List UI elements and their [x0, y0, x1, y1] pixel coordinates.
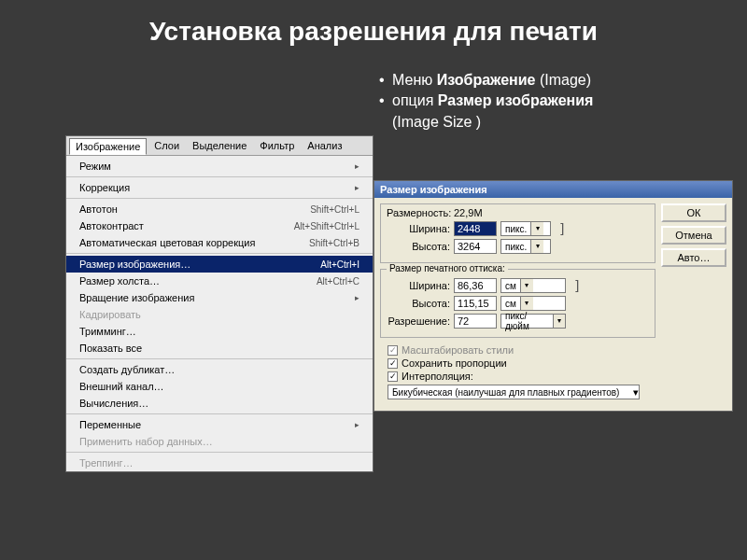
menu-tabs: Изображение Слои Выделение Фильтр Анализ	[66, 136, 373, 156]
menu-body: Режим Коррекция АвтотонShift+Ctrl+L Авто…	[66, 156, 373, 471]
doc-group-title: Размер печатного оттиска:	[387, 263, 508, 273]
menu-autotone[interactable]: АвтотонShift+Ctrl+L	[66, 201, 373, 217]
chevron-down-icon: ▾	[530, 240, 543, 253]
tab-image[interactable]: Изображение	[69, 138, 147, 155]
scale-styles-row: Масштабировать стили	[380, 343, 655, 357]
menu-apply-dataset: Применить набор данных…	[66, 433, 373, 450]
dim-label: Размерность:	[387, 207, 450, 218]
menu-variables[interactable]: Переменные	[66, 416, 373, 433]
ok-button[interactable]: ОК	[661, 203, 726, 222]
menu-calculations[interactable]: Вычисления…	[66, 395, 373, 412]
resolution-input[interactable]: 72	[454, 314, 497, 329]
tab-filter[interactable]: Фильтр	[254, 138, 300, 155]
menu-sep	[66, 176, 373, 177]
menu-trim[interactable]: Тримминг…	[66, 323, 373, 340]
width-cm-input[interactable]: 86,36	[454, 278, 497, 293]
menu-rotate[interactable]: Вращение изображения	[66, 289, 373, 306]
chevron-down-icon: ▾	[633, 386, 639, 399]
menu-reveal-all[interactable]: Показать все	[66, 340, 373, 357]
dim-value: 22,9М	[454, 207, 483, 218]
menu-sep	[66, 413, 373, 414]
width-px-unit[interactable]: пикс.▾	[500, 221, 551, 236]
menu-apply-image[interactable]: Внешний канал…	[66, 378, 373, 395]
menu-mode[interactable]: Режим	[66, 158, 373, 175]
tab-layers[interactable]: Слои	[148, 138, 185, 155]
menu-autocolor[interactable]: Автоматическая цветовая коррекцияShift+C…	[66, 234, 373, 251]
menu-image: Изображение Слои Выделение Фильтр Анализ…	[65, 135, 374, 472]
image-size-dialog: Размер изображения Размерность: 22,9М Ши…	[374, 180, 733, 412]
auto-button[interactable]: Авто…	[661, 248, 726, 267]
bullet-list: Меню Изображение (Image) опция Размер из…	[383, 70, 719, 133]
menu-autocontrast[interactable]: АвтоконтрастAlt+Shift+Ctrl+L	[66, 217, 373, 234]
menu-trap: Треппинг…	[66, 455, 373, 471]
constrain-row: Сохранить пропорции	[380, 357, 655, 370]
link-icon: ]	[573, 278, 581, 293]
interpolation-combo[interactable]: Бикубическая (наилучшая для плавных град…	[388, 385, 640, 399]
resample-label: Интерполяция:	[402, 371, 473, 382]
pixel-dimensions-group: Размерность: 22,9М Ширина: 2448 пикс.▾ ]…	[380, 203, 655, 263]
resolution-label: Разрешение:	[387, 315, 450, 327]
menu-image-size[interactable]: Размер изображения…Alt+Ctrl+I	[66, 256, 373, 273]
tab-selection[interactable]: Выделение	[187, 138, 252, 155]
menu-sep	[66, 253, 373, 254]
document-size-group: Размер печатного оттиска: Ширина: 86,36 …	[380, 269, 655, 338]
link-icon: ]	[558, 221, 566, 236]
chevron-down-icon: ▾	[530, 222, 543, 235]
resolution-unit[interactable]: пикс/дюйм▾	[500, 314, 566, 329]
menu-adjustments[interactable]: Коррекция	[66, 179, 373, 196]
width-cm-label: Ширина:	[387, 280, 450, 291]
bullet-2: опция Размер изображения (Image Size )	[383, 91, 719, 133]
resample-row: Интерполяция:	[380, 370, 655, 383]
chevron-down-icon: ▾	[520, 279, 533, 292]
constrain-label: Сохранить пропорции	[402, 357, 507, 369]
height-cm-label: Высота:	[387, 298, 450, 309]
height-cm-input[interactable]: 115,15	[454, 296, 497, 311]
constrain-checkbox[interactable]	[388, 358, 398, 369]
cancel-button[interactable]: Отмена	[661, 226, 726, 245]
width-px-input[interactable]: 2448	[454, 221, 497, 236]
menu-canvas-size[interactable]: Размер холста…Alt+Ctrl+C	[66, 273, 373, 289]
bullet-1: Меню Изображение (Image)	[383, 70, 719, 91]
slide-title: Установка разрешения для печати	[0, 17, 747, 47]
height-px-input[interactable]: 3264	[454, 239, 497, 254]
menu-sep	[66, 358, 373, 359]
width-cm-unit[interactable]: см▾	[500, 278, 566, 293]
height-px-label: Высота:	[387, 241, 450, 252]
height-cm-unit[interactable]: см▾	[500, 296, 566, 311]
menu-crop: Кадрировать	[66, 306, 373, 323]
menu-sep	[66, 452, 373, 453]
width-px-label: Ширина:	[387, 223, 450, 234]
chevron-down-icon: ▾	[553, 315, 565, 328]
resample-checkbox[interactable]	[388, 371, 398, 382]
menu-duplicate[interactable]: Создать дубликат…	[66, 361, 373, 378]
chevron-down-icon: ▾	[520, 297, 533, 310]
height-px-unit[interactable]: пикс.▾	[500, 239, 551, 254]
menu-sep	[66, 198, 373, 199]
tab-analysis[interactable]: Анализ	[302, 138, 347, 155]
scale-styles-label: Масштабировать стили	[402, 344, 514, 356]
dialog-title: Размер изображения	[374, 181, 732, 198]
interpolation-value: Бикубическая (наилучшая для плавных град…	[388, 387, 633, 398]
scale-styles-checkbox[interactable]	[388, 345, 398, 356]
